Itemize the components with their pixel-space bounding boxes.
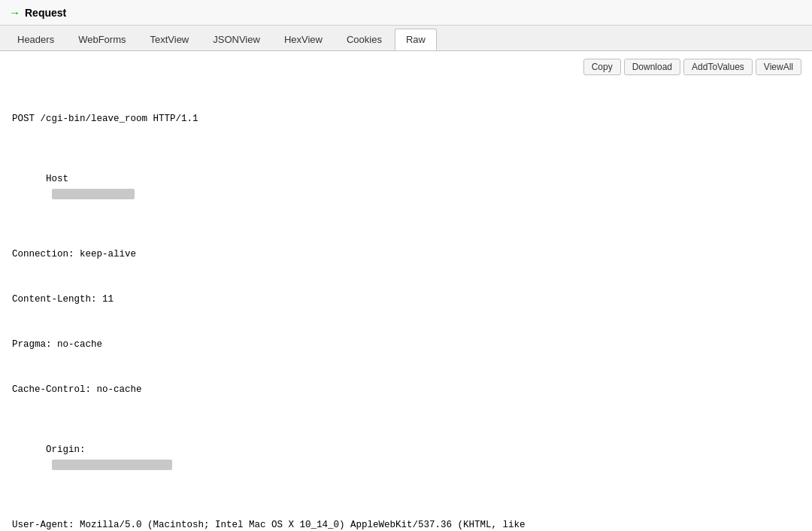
viewall-button[interactable]: ViewAll <box>756 59 801 75</box>
origin-label: Origin: <box>46 445 86 455</box>
request-line: POST /cgi-bin/leave_room HTTP/1.1 <box>11 111 801 126</box>
tab-hexview[interactable]: HexView <box>273 29 334 50</box>
host-value-blurred <box>52 189 135 199</box>
cache-control-line: Cache-Control: no-cache <box>11 382 801 397</box>
content-area: Copy Download AddToValues ViewAll POST /… <box>0 51 812 531</box>
request-arrow-icon: → <box>9 6 20 19</box>
addtovalues-button[interactable]: AddToValues <box>683 59 753 75</box>
tab-jsonview[interactable]: JSONView <box>201 29 271 50</box>
raw-content: POST /cgi-bin/leave_room HTTP/1.1 Host C… <box>11 81 801 531</box>
tab-cookies[interactable]: Cookies <box>335 29 393 50</box>
request-header: → Request <box>0 0 812 26</box>
tab-raw[interactable]: Raw <box>395 29 437 50</box>
host-line: Host <box>11 156 801 217</box>
origin-line: Origin: <box>11 427 801 487</box>
copy-button[interactable]: Copy <box>583 59 621 75</box>
pragma-line: Pragma: no-cache <box>11 337 801 352</box>
connection-line: Connection: keep-alive <box>11 247 801 262</box>
download-button[interactable]: Download <box>624 59 680 75</box>
tab-headers[interactable]: Headers <box>6 29 65 50</box>
tab-textview[interactable]: TextView <box>138 29 200 50</box>
user-agent-line1: User-Agent: Mozilla/5.0 (Macintosh; Inte… <box>11 517 801 531</box>
toolbar-row: Copy Download AddToValues ViewAll <box>11 59 801 75</box>
tabs-bar: Headers WebForms TextView JSONView HexVi… <box>0 26 812 51</box>
host-label: Host <box>46 174 68 184</box>
content-length-line: Content-Length: 11 <box>11 292 801 307</box>
request-title: Request <box>25 7 66 19</box>
tab-webforms[interactable]: WebForms <box>67 29 137 50</box>
origin-value-blurred <box>52 460 172 470</box>
